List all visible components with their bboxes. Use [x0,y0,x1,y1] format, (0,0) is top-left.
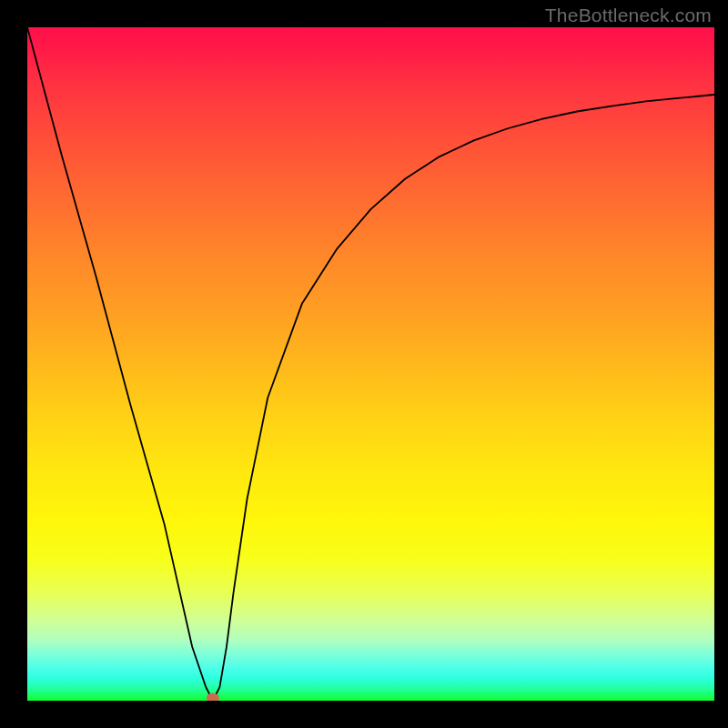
minimum-marker [207,693,219,702]
chart-container [27,27,714,701]
chart-svg [27,27,714,701]
watermark-text: TheBottleneck.com [545,5,712,26]
bottleneck-curve [27,27,714,701]
